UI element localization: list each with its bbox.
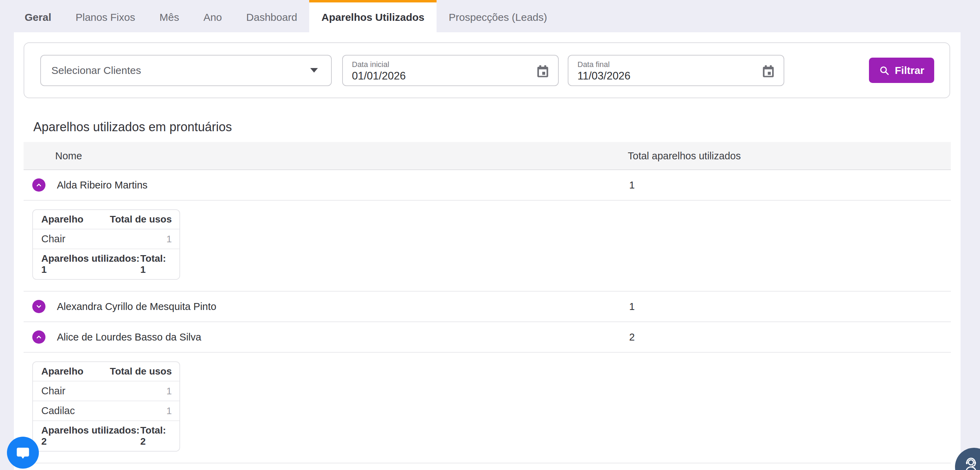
uses-col-header: Total de usos xyxy=(110,366,172,377)
chevron-up-icon xyxy=(35,181,43,189)
device-detail-section: Aparelho Total de usos Chair 1 Cadilac 1… xyxy=(24,353,951,464)
date-start-label: Data inicial xyxy=(352,60,527,69)
content-card: Selecionar Clientes Data inicial 01/01/2… xyxy=(14,32,961,470)
tab-mes[interactable]: Mês xyxy=(147,0,191,32)
devices-used-summary: Aparelhos utilizados: 2 xyxy=(41,425,140,447)
device-uses: 1 xyxy=(166,234,172,245)
devices-total-summary: Total: 2 xyxy=(140,425,172,447)
column-header-total: Total aparelhos utilizados xyxy=(628,150,741,161)
calendar-icon[interactable] xyxy=(535,64,550,81)
date-end-value: 11/03/2026 xyxy=(578,70,752,82)
headset-support-icon xyxy=(962,456,980,470)
device-row: Cadilac 1 xyxy=(33,401,180,421)
calendar-icon[interactable] xyxy=(761,64,776,81)
device-col-header: Aparelho xyxy=(41,214,83,225)
chevron-down-icon xyxy=(310,68,318,73)
expand-row-button[interactable] xyxy=(32,300,45,313)
client-name: Alexandra Cyrillo de Mesquita Pinto xyxy=(57,301,216,312)
tab-planos-fixos[interactable]: Planos Fixos xyxy=(64,0,148,32)
client-row-alice[interactable]: Alice de Lourdes Basso da Silva 2 xyxy=(24,322,951,353)
collapse-row-button[interactable] xyxy=(32,330,45,344)
table-header: Nome Total aparelhos utilizados xyxy=(24,142,951,170)
tab-dashboard[interactable]: Dashboard xyxy=(234,0,310,32)
device-table-header: Aparelho Total de usos xyxy=(33,362,180,381)
devices-total-summary: Total: 1 xyxy=(140,253,172,275)
device-uses: 1 xyxy=(166,386,172,397)
device-row: Chair 1 xyxy=(33,381,180,401)
device-name: Chair xyxy=(41,233,65,245)
chevron-down-icon xyxy=(35,302,43,311)
device-name: Chair xyxy=(41,385,65,397)
chat-button[interactable] xyxy=(7,437,39,468)
date-start-input[interactable]: Data inicial 01/01/2026 xyxy=(342,55,559,86)
device-col-header: Aparelho xyxy=(41,366,83,377)
device-table-footer: Aparelhos utilizados: 2 Total: 2 xyxy=(33,421,180,451)
client-total: 2 xyxy=(629,331,635,343)
tab-bar: Geral Planos Fixos Mês Ano Dashboard Apa… xyxy=(14,0,559,32)
date-end-input[interactable]: Data final 11/03/2026 xyxy=(568,55,784,86)
client-total: 1 xyxy=(629,180,635,191)
chat-bubble-icon xyxy=(15,445,31,460)
tab-prospeccoes-leads[interactable]: Prospecções (Leads) xyxy=(437,0,559,32)
client-rows: Alda Ribeiro Martins 1 Aparelho Total de… xyxy=(24,170,951,470)
filter-panel: Selecionar Clientes Data inicial 01/01/2… xyxy=(24,42,950,98)
column-header-nome: Nome xyxy=(55,150,82,161)
devices-used-summary: Aparelhos utilizados: 1 xyxy=(41,253,140,275)
tab-aparelhos-utilizados[interactable]: Aparelhos Utilizados xyxy=(309,0,437,32)
tab-geral[interactable]: Geral xyxy=(14,0,64,32)
device-table-header: Aparelho Total de usos xyxy=(33,210,180,229)
client-total: 1 xyxy=(629,301,635,312)
device-detail-section: Aparelho Total de usos Chair 1 Aparelhos… xyxy=(24,201,951,292)
date-start-value: 01/01/2026 xyxy=(352,70,527,82)
client-select[interactable]: Selecionar Clientes xyxy=(40,55,332,86)
tab-ano[interactable]: Ano xyxy=(191,0,234,32)
client-row-aline[interactable]: Aline da Silva Almeida 2 xyxy=(24,464,951,470)
client-name: Alda Ribeiro Martins xyxy=(57,180,148,191)
client-row-alda[interactable]: Alda Ribeiro Martins 1 xyxy=(24,170,951,201)
date-end-label: Data final xyxy=(578,60,752,69)
search-icon xyxy=(879,65,890,76)
device-table: Aparelho Total de usos Chair 1 Aparelhos… xyxy=(32,209,180,280)
collapse-row-button[interactable] xyxy=(32,178,45,191)
client-row-alexandra[interactable]: Alexandra Cyrillo de Mesquita Pinto 1 xyxy=(24,292,951,322)
device-name: Cadilac xyxy=(41,405,75,417)
device-row: Chair 1 xyxy=(33,229,180,249)
filter-button[interactable]: Filtrar xyxy=(869,57,934,83)
device-uses: 1 xyxy=(166,405,172,417)
filter-button-label: Filtrar xyxy=(895,65,924,76)
client-name: Alice de Lourdes Basso da Silva xyxy=(57,331,201,343)
chevron-up-icon xyxy=(35,333,43,341)
device-table: Aparelho Total de usos Chair 1 Cadilac 1… xyxy=(32,362,180,452)
device-table-footer: Aparelhos utilizados: 1 Total: 1 xyxy=(33,249,180,279)
uses-col-header: Total de usos xyxy=(110,214,172,225)
client-select-value: Selecionar Clientes xyxy=(51,65,141,76)
section-title: Aparelhos utilizados em prontuários xyxy=(33,120,961,134)
